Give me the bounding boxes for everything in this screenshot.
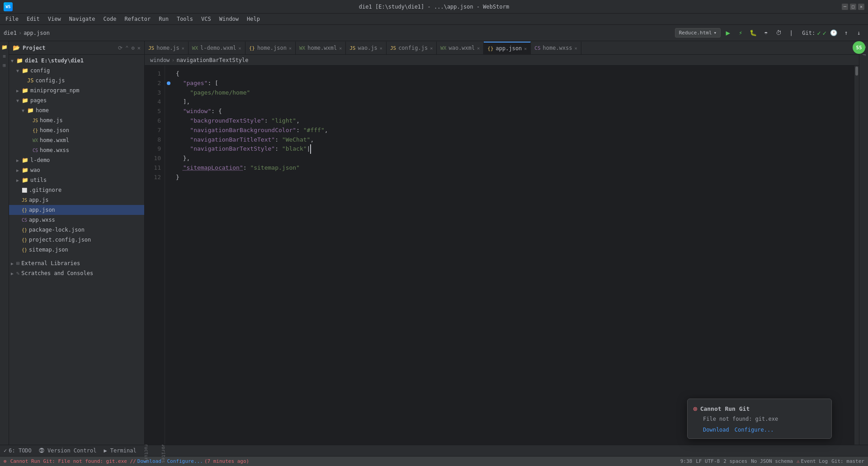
webstorm-logo: WS	[4, 2, 13, 11]
tree-home-wxss[interactable]: CS home.wxss	[9, 145, 144, 155]
todo-button[interactable]: ✓ 6: TODO	[4, 447, 32, 454]
terminal-button[interactable]: ▶ Terminal	[104, 447, 136, 454]
tab-wao-wxml[interactable]: WX wao.wxml ✕	[437, 42, 484, 54]
right-scrollbar[interactable]	[854, 66, 859, 445]
menu-view[interactable]: View	[44, 15, 65, 23]
tree-utils-folder[interactable]: ▶ 📁 utils	[9, 175, 144, 185]
project-collapse-icon[interactable]: ⌃	[125, 45, 128, 51]
code-editor[interactable]: 1 2 3 4 5 6 7 8 9 10 11 12	[145, 66, 859, 445]
tree-home-folder[interactable]: ▼ 📁 home	[9, 105, 144, 115]
tab-close-home-js[interactable]: ✕	[182, 46, 184, 51]
tab-app-json[interactable]: {} app.json ✕	[484, 42, 531, 54]
status-download-link[interactable]: Download	[137, 458, 161, 464]
status-event-log[interactable]: ⚠ Event Log	[797, 458, 828, 464]
git-update-icon[interactable]: ↑	[841, 28, 852, 38]
tab-home-json[interactable]: {} home.json ✕	[245, 42, 296, 54]
tree-scratches[interactable]: ▶ ✎ Scratches and Consoles	[9, 268, 144, 278]
close-button[interactable]: ✕	[858, 4, 864, 10]
status-git[interactable]: Git: master	[831, 458, 864, 464]
tree-pages-folder[interactable]: ▼ 📁 pages	[9, 95, 144, 105]
menu-file[interactable]: File	[2, 15, 22, 23]
git-clock-icon[interactable]: 🕐	[828, 28, 839, 38]
tree-config-folder[interactable]: ▼ 📁 config	[9, 66, 144, 76]
tab-close-wao-js[interactable]: ✕	[380, 46, 382, 51]
code-line-5: "window": {	[176, 107, 854, 116]
tab-close-app-json[interactable]: ✕	[524, 46, 527, 51]
project-close-icon[interactable]: ✕	[137, 45, 141, 51]
code-line-3: "pages/home/home"	[176, 88, 854, 98]
tree-external-libraries[interactable]: ▶ ⊞ External Libraries	[9, 258, 144, 268]
version-control-button[interactable]: ⓽ Version Control	[39, 447, 97, 454]
menu-help[interactable]: Help	[243, 15, 264, 23]
tab-ldemo-wxml[interactable]: WX l-demo.wxml ✕	[189, 42, 245, 54]
tree-app-json[interactable]: {} app.json	[9, 205, 144, 215]
top-right-badge[interactable]: 55	[853, 41, 865, 54]
tree-sitemap[interactable]: {} sitemap.json	[9, 245, 144, 255]
tab-close-home-wxss[interactable]: ✕	[575, 46, 577, 51]
tree-package-lock[interactable]: {} package-lock.json	[9, 225, 144, 235]
menu-navigate[interactable]: Navigate	[66, 15, 99, 23]
project-refresh-icon[interactable]: ⟳	[118, 45, 123, 51]
menu-tools[interactable]: Tools	[173, 15, 197, 23]
tree-root[interactable]: ▼ 📁 die1 E:\study\die1	[9, 56, 144, 66]
menu-window[interactable]: Window	[216, 15, 242, 23]
git-push-icon[interactable]: ↓	[854, 28, 864, 38]
structure-icon[interactable]: ≡	[0, 52, 9, 60]
profile-button[interactable]: ⏱	[773, 28, 784, 38]
tree-home-wxml[interactable]: WX home.wxml	[9, 135, 144, 145]
tab-close-config-js[interactable]: ✕	[430, 46, 433, 51]
status-configure-link[interactable]: Configure...	[167, 458, 203, 464]
build-button[interactable]: ⚡	[735, 28, 746, 38]
maximize-button[interactable]: □	[850, 4, 856, 10]
status-encoding[interactable]: LF UTF-8	[696, 458, 720, 464]
tree-app-js[interactable]: JS app.js	[9, 195, 144, 205]
tree-project-config[interactable]: {} project.config.json	[9, 235, 144, 245]
notif-header: ⊗ Cannot Run Git	[693, 404, 826, 413]
debug-button[interactable]: 🐛	[748, 28, 759, 38]
menu-run[interactable]: Run	[155, 15, 172, 23]
project-settings-icon[interactable]: ⚙	[132, 45, 135, 51]
coverage-button[interactable]: ☂	[760, 28, 771, 38]
tree-gitignore[interactable]: ⬜ .gitignore	[9, 185, 144, 195]
status-schema[interactable]: No JSON schema	[751, 458, 793, 464]
notification-popup: ⊗ Cannot Run Git File not found: git.exe…	[687, 399, 832, 439]
notif-error-icon: ⊗	[693, 404, 698, 413]
menu-edit[interactable]: Edit	[23, 15, 43, 23]
menu-refactor[interactable]: Refactor	[121, 15, 154, 23]
breadcrumb-nav-style[interactable]: navigationBarTextStyle	[177, 57, 249, 63]
tree-home-js[interactable]: JS home.js	[9, 115, 144, 125]
tab-close-wao-wxml[interactable]: ✕	[477, 46, 480, 51]
notif-download-link[interactable]: Download	[703, 427, 729, 433]
status-indent[interactable]: 2 spaces	[723, 458, 747, 464]
tab-close-ldemo-wxml[interactable]: ✕	[239, 46, 241, 51]
tab-home-wxss[interactable]: CS home.wxss ✕	[531, 42, 581, 54]
tree-miniprogram-folder[interactable]: ▶ 📁 miniprogram_npm	[9, 86, 144, 95]
left-sidebar-icons: 📁 ≡ ⊞	[0, 41, 9, 445]
tree-ldemo-folder[interactable]: ▶ 📁 l-demo	[9, 155, 144, 165]
notif-configure-link[interactable]: Configure...	[735, 427, 774, 433]
project-panel: 📂 Project ⟳ ⌃ ⚙ ✕ ▼ 📁 die1 E:\study\die1…	[9, 41, 145, 445]
bookmark-icon[interactable]: ⊞	[0, 61, 9, 69]
tab-home-wxml[interactable]: WX home.wxml ✕	[296, 42, 346, 54]
toolbar-breadcrumb: die1 › app.json	[4, 30, 50, 36]
status-error-text[interactable]: Cannot Run Git: File not found: git.exe …	[10, 458, 250, 464]
tree-config-js[interactable]: JS config.js	[9, 76, 144, 86]
breadcrumb-file[interactable]: app.json	[24, 30, 50, 36]
breadcrumb-project[interactable]: die1	[4, 30, 17, 36]
tab-home-js[interactable]: JS home.js ✕	[145, 42, 189, 54]
minimize-button[interactable]: ─	[842, 4, 848, 10]
tab-close-home-json[interactable]: ✕	[289, 46, 292, 51]
tree-app-wxss[interactable]: CS app.wxss	[9, 215, 144, 225]
tree-wao-folder[interactable]: ▶ 📁 wao	[9, 165, 144, 175]
project-icon[interactable]: 📁	[0, 43, 9, 51]
tab-config-js[interactable]: JS config.js ✕	[387, 42, 437, 54]
tab-close-home-wxml[interactable]: ✕	[339, 46, 342, 51]
run-button[interactable]: ▶	[722, 28, 733, 38]
tree-home-json[interactable]: {} home.json	[9, 125, 144, 135]
menu-code[interactable]: Code	[100, 15, 120, 23]
menu-vcs[interactable]: VCS	[198, 15, 215, 23]
code-content[interactable]: { "pages": [ "pages/home/home" ], "windo…	[172, 66, 854, 445]
breadcrumb-window[interactable]: window	[150, 57, 170, 63]
reduce-html-button[interactable]: Reduce.html ▾	[675, 28, 721, 38]
tab-wao-js[interactable]: JS wao.js ✕	[346, 42, 387, 54]
